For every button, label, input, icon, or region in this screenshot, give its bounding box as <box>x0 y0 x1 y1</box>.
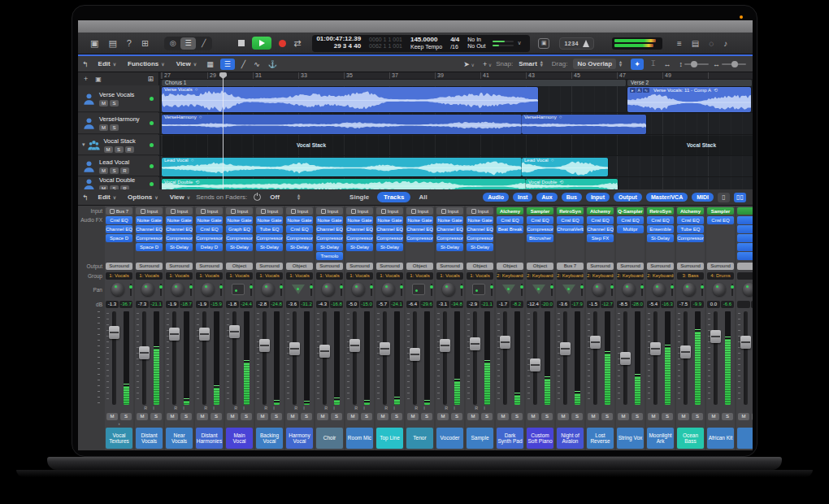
fx-plugin-slot[interactable]: Noise Gate <box>226 216 253 224</box>
lcd-chevron-icon[interactable]: ∨ <box>517 40 524 46</box>
solo-button[interactable]: S <box>511 413 523 420</box>
input-slot[interactable]: Input <box>286 207 313 215</box>
list-editors-icon[interactable]: ≡ <box>677 39 682 48</box>
fx-plugin-slot[interactable] <box>737 252 753 260</box>
menu-view[interactable]: View∨ <box>171 60 203 67</box>
mute-button[interactable]: M <box>467 413 479 420</box>
input-slot[interactable]: Input <box>136 207 163 215</box>
volume-fader[interactable] <box>530 358 540 371</box>
fx-plugin-slot[interactable]: Multipr <box>617 225 644 233</box>
fx-plugin-slot[interactable]: Noise Gate <box>467 216 493 224</box>
fx-plugin-slot[interactable]: Channel EQ <box>136 225 163 233</box>
arrangement-marker[interactable]: Chorus 1 <box>162 80 627 86</box>
volume-fader[interactable] <box>710 330 721 343</box>
fx-plugin-slot[interactable]: Delay D <box>196 243 223 251</box>
input-monitor-button[interactable]: I <box>183 406 184 411</box>
channel-strip-vocal-textures[interactable]: Bus 7Cnsl EQChannel EQSpace DSurround1: … <box>105 206 133 450</box>
fx-plugin-slot[interactable]: St-Delay <box>436 243 463 251</box>
input-monitor-button[interactable]: I <box>363 406 365 411</box>
volume-db-value[interactable]: -3.6 <box>557 301 570 308</box>
fx-plugin-slot[interactable]: Noise Gate <box>166 216 193 224</box>
menu-functions[interactable]: Functions∨ <box>122 60 171 67</box>
volume-db-value[interactable] <box>737 301 750 308</box>
stack-disclosure-icon[interactable]: ▾ <box>82 141 85 148</box>
browsers-icon[interactable]: ♪ <box>723 39 727 48</box>
peak-db-value[interactable]: -16.8 <box>330 301 343 308</box>
input-slot[interactable]: Sampler <box>527 207 553 215</box>
wide-strip-view-icon[interactable]: ▯▯ <box>734 193 746 202</box>
pan-knob[interactable] <box>713 283 726 296</box>
output-slot[interactable]: Object <box>406 263 433 270</box>
peak-db-value[interactable]: -15.9 <box>210 301 223 308</box>
fx-plugin-slot[interactable]: St-Delay <box>286 243 313 251</box>
take-badge-icon[interactable]: ▸ <box>630 88 636 93</box>
fx-plugin-slot[interactable]: Channel EQ <box>406 225 433 233</box>
volume-db-value[interactable]: -5.7 <box>376 301 389 308</box>
track-zoom-button[interactable]: ⊞ <box>147 75 154 83</box>
fx-plugin-slot[interactable]: Channel EQ <box>376 225 403 233</box>
audio-region[interactable]: Verse Vocals○ <box>162 87 538 112</box>
peak-db-value[interactable] <box>751 301 753 308</box>
input-slot[interactable]: Input <box>316 207 343 215</box>
mute-button[interactable]: M <box>708 413 719 420</box>
smart-controls-icon[interactable]: ◎ <box>165 37 180 50</box>
volume-fader[interactable] <box>109 326 119 339</box>
channel-strip-distant-vocals[interactable]: InputNoise GateChannel EQCompressorSpace… <box>135 206 163 450</box>
pan-control[interactable] <box>676 281 705 299</box>
fx-plugin-slot[interactable]: Graph EQ <box>226 225 253 233</box>
stack-disclosure-icon[interactable]: › <box>105 421 133 426</box>
input-slot[interactable]: Q-Sampler <box>617 207 644 215</box>
fx-plugin-slot[interactable]: Cnsl EQ <box>196 225 223 233</box>
mute-button[interactable]: M <box>437 413 449 420</box>
output-slot[interactable]: Object <box>226 263 253 270</box>
object-panner-triangle[interactable] <box>502 285 515 294</box>
back-icon[interactable]: ↰ <box>78 60 93 68</box>
mixer-icon[interactable]: ☰ <box>180 37 196 50</box>
fx-plugin-slot[interactable]: Compressor <box>166 234 193 242</box>
fx-plugin-slot[interactable]: Compressor <box>136 234 163 242</box>
pan-control[interactable] <box>616 281 645 299</box>
input-slot[interactable]: Input <box>467 207 493 215</box>
solo-button[interactable]: S <box>692 413 703 420</box>
channel-name[interactable]: Custom Soft Piano <box>527 428 553 449</box>
volume-db-value[interactable]: -1.7 <box>497 301 510 308</box>
inspector-icon[interactable]: ▤ <box>104 39 120 48</box>
fx-plugin-slot[interactable]: Cnsl EQ <box>707 216 734 224</box>
pan-control[interactable] <box>105 281 133 299</box>
mixer-menu-view[interactable]: View∨ <box>164 193 197 201</box>
peak-db-value[interactable]: -36.7 <box>119 301 132 308</box>
input-slot[interactable]: Input <box>256 207 283 215</box>
volume-fader[interactable] <box>680 345 691 358</box>
fx-plugin-slot[interactable]: Tube EQ <box>256 225 283 233</box>
pan-control[interactable] <box>496 281 524 299</box>
track-header-vocal-stack[interactable]: ▾Vocal StackMSR <box>78 135 159 155</box>
channel-name[interactable]: Moonlight Ark <box>647 428 674 449</box>
group-slot[interactable]: 1: Vocals <box>106 272 132 280</box>
output-slot[interactable]: Surround <box>677 263 704 270</box>
output-slot[interactable]: Object <box>467 263 493 270</box>
grid-view-icon[interactable]: ▦ <box>202 60 218 68</box>
mixer-filter-inst[interactable]: Inst <box>513 193 532 202</box>
volume-fader[interactable] <box>289 342 300 355</box>
fx-plugin-slot[interactable]: Noise Gate <box>376 216 403 224</box>
record-enable-button[interactable]: R <box>475 406 478 411</box>
quick-help-icon[interactable]: ? <box>123 39 136 48</box>
fx-plugin-slot[interactable]: Compressor <box>196 234 223 242</box>
pan-spread-slider[interactable] <box>611 284 613 296</box>
volume-fader[interactable] <box>199 328 210 341</box>
track-lane[interactable]: Vocal Double⟲Vocal Double⟲ <box>160 178 753 189</box>
mute-button[interactable]: M <box>377 413 388 420</box>
pan-spread-slider[interactable] <box>431 284 432 296</box>
solo-button[interactable]: S <box>180 413 192 420</box>
fx-plugin-slot[interactable]: Channel EQ <box>316 225 343 233</box>
channel-name[interactable]: Main Vocal <box>226 428 253 449</box>
fx-plugin-slot[interactable]: Cnsl EQ <box>617 216 644 224</box>
solo-button[interactable]: S <box>391 413 402 420</box>
object-panner-triangle[interactable] <box>292 285 305 294</box>
output-slot[interactable]: Surround <box>136 263 163 270</box>
fx-plugin-slot[interactable] <box>737 234 753 242</box>
channel-name[interactable] <box>737 428 753 449</box>
channel-strip-lost-reverse[interactable]: AlchemyCnsl EQChannel EQStep FXSurround2… <box>586 206 614 450</box>
output-slot[interactable]: Surround <box>376 263 403 270</box>
command-tool-button[interactable]: + ∨ <box>479 60 496 68</box>
